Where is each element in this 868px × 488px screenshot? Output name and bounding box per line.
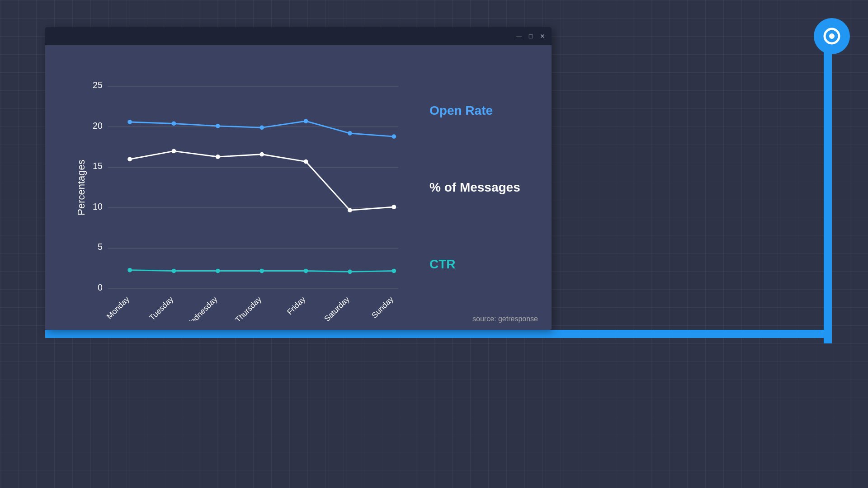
svg-text:Sunday: Sunday (370, 295, 395, 320)
svg-point-34 (392, 205, 396, 209)
main-window: — □ ✕ Percentages 0 5 10 (45, 27, 552, 330)
svg-point-29 (172, 149, 176, 154)
svg-point-33 (348, 208, 352, 212)
svg-point-39 (304, 269, 308, 273)
legend-pct-messages: % of Messages (429, 180, 529, 195)
svg-text:Tuesday: Tuesday (147, 295, 175, 321)
minimize-button[interactable]: — (515, 33, 523, 40)
legend-open-rate: Open Rate (429, 103, 529, 118)
svg-point-26 (348, 131, 352, 136)
svg-text:Wednesday: Wednesday (183, 295, 219, 321)
svg-point-28 (127, 157, 132, 161)
svg-point-1 (829, 33, 835, 39)
svg-point-32 (304, 160, 308, 164)
chart-plot: Percentages 0 5 10 15 20 25 (50, 54, 416, 321)
logo-icon (823, 27, 841, 45)
svg-text:Thursday: Thursday (233, 295, 263, 321)
legend-ctr-label: CTR (429, 257, 529, 272)
chart-legend: Open Rate % of Messages CTR (416, 54, 542, 321)
svg-text:Saturday: Saturday (322, 295, 351, 321)
svg-text:15: 15 (93, 161, 103, 171)
svg-point-36 (172, 269, 176, 273)
svg-point-31 (259, 152, 264, 157)
title-bar: — □ ✕ (45, 27, 552, 45)
svg-point-41 (392, 269, 396, 273)
chart-area: Percentages 0 5 10 15 20 25 (45, 45, 552, 330)
svg-text:20: 20 (93, 121, 103, 131)
svg-text:10: 10 (93, 202, 103, 211)
svg-text:Monday: Monday (105, 295, 131, 321)
svg-point-22 (172, 122, 176, 126)
svg-point-21 (127, 120, 132, 124)
svg-point-25 (304, 119, 308, 123)
svg-point-38 (259, 269, 264, 273)
svg-point-27 (392, 134, 396, 139)
svg-point-23 (216, 124, 220, 128)
legend-pct-messages-label: % of Messages (429, 180, 529, 195)
svg-point-40 (348, 269, 352, 274)
svg-point-35 (127, 268, 132, 272)
source-text: source: getresponse (472, 315, 538, 323)
blue-accent-strip-bottom (45, 330, 832, 338)
svg-text:25: 25 (93, 80, 103, 90)
svg-point-24 (259, 126, 264, 130)
chart-svg: 0 5 10 15 20 25 Monday Tuesday Wednesday… (81, 54, 416, 321)
maximize-button[interactable]: □ (527, 33, 534, 40)
svg-point-30 (216, 155, 220, 159)
legend-open-rate-label: Open Rate (429, 103, 529, 118)
legend-ctr: CTR (429, 257, 529, 272)
close-button[interactable]: ✕ (539, 33, 546, 40)
logo-circle (814, 18, 850, 54)
svg-text:Friday: Friday (285, 295, 307, 317)
svg-text:5: 5 (98, 242, 103, 252)
svg-point-37 (216, 269, 220, 273)
blue-accent-strip (824, 27, 832, 343)
svg-text:0: 0 (98, 282, 103, 292)
